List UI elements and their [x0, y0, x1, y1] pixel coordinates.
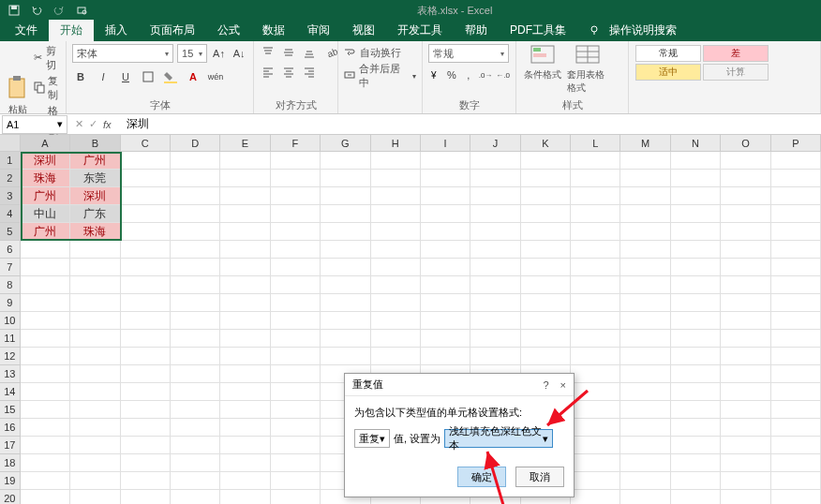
cell[interactable]: [771, 454, 821, 472]
cell[interactable]: [571, 223, 620, 241]
cell[interactable]: [271, 259, 321, 276]
cell[interactable]: [121, 437, 171, 454]
cell[interactable]: [220, 437, 270, 454]
cell[interactable]: [620, 383, 670, 401]
cell[interactable]: [721, 365, 770, 383]
cell[interactable]: [671, 365, 721, 383]
col-header-F[interactable]: F: [271, 135, 321, 151]
print-preview-icon[interactable]: [75, 4, 88, 17]
cell[interactable]: [70, 294, 120, 312]
align-top-button[interactable]: [260, 44, 276, 61]
cell[interactable]: [671, 223, 721, 241]
cell[interactable]: [321, 276, 370, 294]
cell[interactable]: [721, 241, 770, 259]
col-header-M[interactable]: M: [620, 135, 670, 151]
cell[interactable]: [371, 312, 421, 330]
cell[interactable]: 中山: [21, 205, 70, 223]
cell[interactable]: [521, 205, 571, 223]
cell[interactable]: [70, 472, 120, 490]
cell[interactable]: [521, 312, 571, 330]
cell[interactable]: [421, 259, 470, 276]
cell[interactable]: [521, 241, 571, 259]
copy-button[interactable]: 复制: [34, 74, 60, 102]
col-header-B[interactable]: B: [70, 135, 120, 151]
cell[interactable]: [271, 401, 321, 419]
cell[interactable]: [171, 312, 220, 330]
cell[interactable]: [121, 383, 171, 401]
cell[interactable]: [21, 401, 70, 419]
cell[interactable]: [121, 454, 171, 472]
cell[interactable]: [271, 383, 321, 401]
tab-dev[interactable]: 开发工具: [386, 20, 454, 41]
cell[interactable]: [371, 205, 421, 223]
cell[interactable]: [220, 223, 270, 241]
col-header-C[interactable]: C: [121, 135, 171, 151]
cell[interactable]: [771, 223, 821, 241]
cell[interactable]: [271, 419, 321, 437]
cell[interactable]: [271, 205, 321, 223]
border-button[interactable]: [140, 68, 157, 85]
cell[interactable]: [371, 348, 421, 365]
row-header[interactable]: 1: [0, 152, 21, 170]
phonetic-button[interactable]: wén: [207, 68, 224, 85]
col-header-K[interactable]: K: [521, 135, 571, 151]
cell[interactable]: [571, 454, 620, 472]
cell[interactable]: [721, 223, 770, 241]
cell[interactable]: [171, 472, 220, 490]
cell[interactable]: [671, 383, 721, 401]
cell[interactable]: [671, 348, 721, 365]
cell[interactable]: [271, 170, 321, 187]
underline-button[interactable]: U: [117, 68, 134, 85]
cell[interactable]: [521, 330, 571, 348]
cell[interactable]: [470, 294, 520, 312]
cell[interactable]: [371, 276, 421, 294]
cell[interactable]: [671, 241, 721, 259]
cell[interactable]: [421, 205, 470, 223]
cell[interactable]: [470, 276, 520, 294]
cell[interactable]: [171, 330, 220, 348]
row-header[interactable]: 6: [0, 241, 21, 259]
row-header[interactable]: 8: [0, 276, 21, 294]
cell[interactable]: [70, 454, 120, 472]
cancel-formula-icon[interactable]: ✕: [75, 118, 83, 130]
col-header-E[interactable]: E: [220, 135, 270, 151]
font-size-combo[interactable]: 15▾: [177, 44, 207, 63]
cell[interactable]: [21, 241, 70, 259]
cell[interactable]: [121, 241, 171, 259]
cell[interactable]: [470, 241, 520, 259]
cell[interactable]: [571, 170, 620, 187]
row-header[interactable]: 14: [0, 383, 21, 401]
cell[interactable]: [671, 205, 721, 223]
cell[interactable]: [571, 401, 620, 419]
cell[interactable]: [771, 472, 821, 490]
cell[interactable]: [721, 152, 770, 170]
cell[interactable]: [121, 223, 171, 241]
tab-layout[interactable]: 页面布局: [139, 20, 206, 41]
cell[interactable]: [521, 170, 571, 187]
dialog-titlebar[interactable]: 重复值 ? ×: [345, 374, 574, 396]
row-header[interactable]: 13: [0, 365, 21, 383]
cell[interactable]: [571, 472, 620, 490]
cell[interactable]: [771, 241, 821, 259]
formula-input[interactable]: 深圳: [123, 116, 821, 132]
cell[interactable]: [220, 348, 270, 365]
cell[interactable]: [271, 312, 321, 330]
cell[interactable]: [721, 472, 770, 490]
cell[interactable]: [21, 472, 70, 490]
cell[interactable]: [70, 330, 120, 348]
row-header[interactable]: 15: [0, 401, 21, 419]
col-header-I[interactable]: I: [421, 135, 470, 151]
col-header-J[interactable]: J: [470, 135, 520, 151]
cell[interactable]: [21, 294, 70, 312]
cell[interactable]: [470, 187, 520, 205]
italic-button[interactable]: I: [95, 68, 112, 85]
cell[interactable]: [771, 205, 821, 223]
cell[interactable]: [220, 276, 270, 294]
orientation-button[interactable]: ab: [325, 44, 338, 61]
align-right-button[interactable]: [301, 64, 318, 81]
col-header-P[interactable]: P: [771, 135, 821, 151]
cell[interactable]: [521, 294, 571, 312]
row-header[interactable]: 7: [0, 259, 21, 276]
cell[interactable]: [220, 383, 270, 401]
cell[interactable]: [171, 348, 220, 365]
